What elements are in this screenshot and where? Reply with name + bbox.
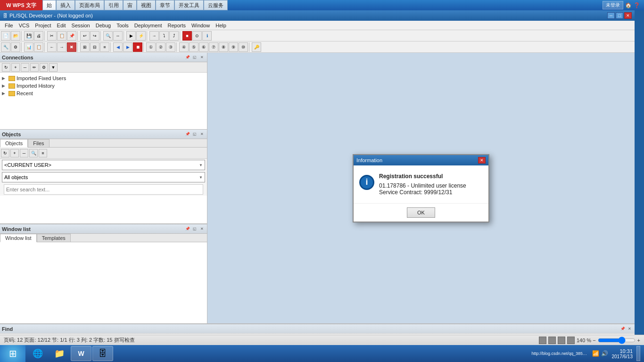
start-button[interactable]: ⊞ <box>0 345 25 362</box>
tb2-btn20[interactable]: ⑦ <box>209 42 218 52</box>
obj-pin-btn[interactable]: 📌 <box>184 131 191 138</box>
tb-btn-stop[interactable]: ■ <box>182 31 192 41</box>
tb2-btn15[interactable]: ② <box>156 42 165 52</box>
tab-window-list[interactable]: Window list <box>0 234 37 242</box>
menu-session[interactable]: Session <box>69 22 93 29</box>
tb2-btn24[interactable]: 🔑 <box>252 42 261 52</box>
wps-tab-dev[interactable]: 开发工具 <box>174 0 204 10</box>
show-desktop-btn[interactable] <box>636 346 640 361</box>
tb-btn-stepout[interactable]: ⤴ <box>169 31 179 41</box>
conn-float-btn[interactable]: ◱ <box>191 54 198 61</box>
tb-btn-find[interactable]: 🔍 <box>103 31 113 41</box>
tb2-btn3[interactable]: 📊 <box>24 42 33 52</box>
tb2-btn11[interactable]: ◀ <box>113 42 123 52</box>
tree-item-recent[interactable]: ▶ Recent <box>2 90 205 97</box>
ide-maximize-btn[interactable]: □ <box>616 12 623 19</box>
conn-tb-refresh[interactable]: ↻ <box>2 63 10 72</box>
wps-tab-insert[interactable]: 插入 <box>56 0 75 10</box>
wps-tab-chapter[interactable]: 章节 <box>156 0 174 10</box>
menu-help[interactable]: Help <box>213 22 229 29</box>
tb-btn-stepover[interactable]: ⤵ <box>159 31 169 41</box>
find-close-btn[interactable]: ✕ <box>626 326 633 332</box>
tb2-btn4[interactable]: 📋 <box>34 42 43 52</box>
tb2-btn13[interactable]: ⏹ <box>133 42 142 52</box>
menu-tools[interactable]: Tools <box>114 22 132 29</box>
tb-btn-compile[interactable]: ▶ <box>126 31 136 41</box>
conn-close-btn[interactable]: ✕ <box>198 54 205 61</box>
tb2-btn8[interactable]: ⊞ <box>80 42 90 52</box>
tb2-btn1[interactable]: 🔧 <box>1 42 10 52</box>
tb-btn-break[interactable]: ⊙ <box>192 31 202 41</box>
conn-pin-btn[interactable]: 📌 <box>184 54 191 61</box>
wps-tab-cloud[interactable]: 云服务 <box>204 0 228 10</box>
tb2-btn17[interactable]: ④ <box>179 42 189 52</box>
wps-not-logged-in[interactable]: 未登录 <box>603 1 623 9</box>
tb2-btn5[interactable]: ← <box>47 42 57 52</box>
dialog-ok-button[interactable]: OK <box>407 207 435 218</box>
dialog-close-btn[interactable]: ✕ <box>478 157 486 164</box>
menu-reports[interactable]: Reports <box>165 22 189 29</box>
tb2-btn9[interactable]: ⊟ <box>90 42 99 52</box>
all-objects-dropdown[interactable]: All objects ▼ <box>2 172 205 182</box>
wps-logo[interactable]: W WPS 文字 <box>0 0 42 10</box>
conn-tb-props[interactable]: ⚙ <box>40 63 48 72</box>
obj-tb-filter[interactable]: 🔍 <box>29 149 38 157</box>
wps-tab-view[interactable]: 视图 <box>137 0 156 10</box>
tree-item-imported-history[interactable]: ▶ Imported History <box>2 82 205 90</box>
obj-close-btn[interactable]: ✕ <box>198 131 205 138</box>
tb-btn-run[interactable]: ⚡ <box>136 31 146 41</box>
tb2-btn22[interactable]: ⑨ <box>229 42 238 52</box>
obj-tb-refresh[interactable]: ↻ <box>1 149 9 157</box>
wl-float-btn[interactable]: ◱ <box>191 226 198 232</box>
tb2-btn10[interactable]: ≡ <box>100 42 109 52</box>
wps-tab-start[interactable]: 始 <box>42 0 56 10</box>
tab-templates[interactable]: Templates <box>37 234 71 242</box>
tab-files[interactable]: Files <box>28 139 49 147</box>
tb-btn-replace[interactable]: ↔ <box>113 31 123 41</box>
tb-btn-cut[interactable]: ✂ <box>47 31 57 41</box>
taskbar-ie-btn[interactable]: 🌐 <box>27 346 48 361</box>
wps-icon2[interactable]: ❓ <box>634 2 640 8</box>
tb2-btn16[interactable]: ③ <box>166 42 175 52</box>
conn-tb-remove[interactable]: ─ <box>21 63 29 72</box>
taskbar-plsql-btn[interactable]: 🗄 <box>92 346 113 361</box>
wps-icon1[interactable]: 🏠 <box>625 2 632 8</box>
taskbar-explorer-btn[interactable]: 📁 <box>49 346 70 361</box>
tb-btn-info[interactable]: ℹ <box>202 31 212 41</box>
tb-btn-paste[interactable]: 📌 <box>67 31 76 41</box>
menu-file[interactable]: File <box>2 22 16 29</box>
conn-tb-add[interactable]: + <box>11 63 20 72</box>
ide-close-btn[interactable]: ✕ <box>624 12 632 19</box>
tb-btn-save[interactable]: 💾 <box>24 31 33 41</box>
obj-tb-remove[interactable]: ─ <box>20 149 28 157</box>
tb2-btn19[interactable]: ⑥ <box>199 42 208 52</box>
objects-search-input[interactable] <box>4 184 203 195</box>
wps-tab-room[interactable]: 宙 <box>123 0 137 10</box>
taskbar-wps-btn[interactable]: W <box>71 346 91 361</box>
menu-project[interactable]: Project <box>32 22 54 29</box>
zoom-plus-btn[interactable]: + <box>637 337 640 343</box>
tb-btn-new[interactable]: 📄 <box>1 31 10 41</box>
current-user-dropdown[interactable]: <CURRENT USER> ▼ <box>2 160 205 170</box>
tb2-btn12[interactable]: ▶ <box>123 42 132 52</box>
find-pin-btn[interactable]: 📌 <box>619 326 626 332</box>
tb2-btn18[interactable]: ⑤ <box>189 42 198 52</box>
obj-tb-add[interactable]: + <box>10 149 19 157</box>
obj-tb-more[interactable]: ≡ <box>39 149 47 157</box>
tb-btn-print[interactable]: 🖨 <box>34 31 43 41</box>
tab-objects[interactable]: Objects <box>0 139 28 148</box>
obj-float-btn[interactable]: ◱ <box>191 131 198 138</box>
tb2-btn7[interactable]: ✖ <box>67 42 76 52</box>
zoom-slider[interactable] <box>598 337 636 344</box>
tb2-btn6[interactable]: → <box>57 42 66 52</box>
menu-vcs[interactable]: VCS <box>16 22 33 29</box>
conn-tb-edit[interactable]: ✏ <box>30 63 39 72</box>
menu-window[interactable]: Window <box>189 22 213 29</box>
tb2-btn23[interactable]: ⑩ <box>239 42 248 52</box>
menu-edit[interactable]: Edit <box>54 22 69 29</box>
conn-tb-more[interactable]: ▼ <box>49 63 58 72</box>
tb-btn-redo[interactable]: ↪ <box>90 31 99 41</box>
tree-item-imported-fixed[interactable]: ▶ Imported Fixed Users <box>2 74 205 82</box>
tb-btn-open[interactable]: 📂 <box>11 31 20 41</box>
wl-pin-btn[interactable]: 📌 <box>184 226 191 232</box>
